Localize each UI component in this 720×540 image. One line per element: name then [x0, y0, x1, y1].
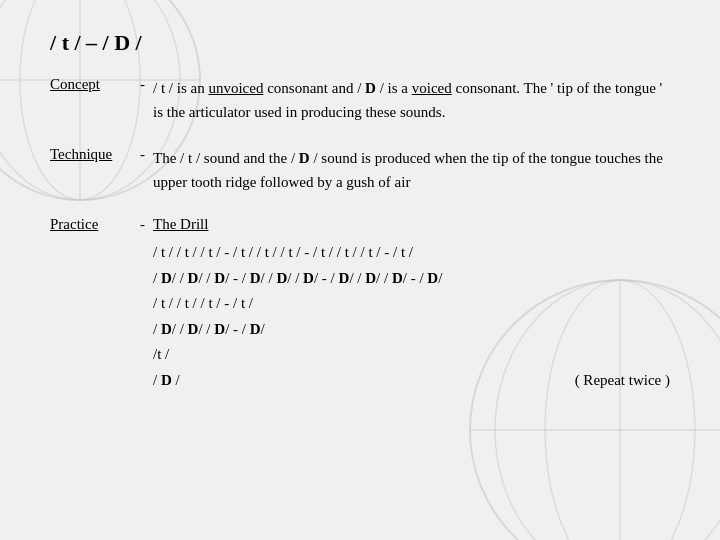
drill-row-5: /t / — [153, 343, 670, 366]
concept-d: D — [365, 80, 376, 96]
repeat-text: ( Repeat twice ) — [575, 369, 670, 392]
technique-dash: - — [140, 146, 145, 163]
drill-row-6: / D / ( Repeat twice ) — [153, 369, 670, 392]
drill-row-3: / t / / t / / t / - / t / — [153, 292, 670, 315]
technique-section: Technique - The / t / sound and the / D … — [50, 146, 670, 194]
unvoiced-text: unvoiced — [208, 80, 263, 96]
page-title: / t / – / D / — [50, 30, 670, 56]
technique-label: Technique — [50, 146, 140, 163]
drill-row-1: / t / / t / / t / - / t / / t / / t / - … — [153, 241, 670, 264]
drill-title: The Drill — [153, 216, 670, 233]
technique-d: D — [299, 150, 310, 166]
practice-section: Practice - The Drill / t / / t / / t / -… — [50, 216, 670, 394]
practice-label: Practice — [50, 216, 140, 233]
concept-label: Concept — [50, 76, 140, 93]
drill-row-2: / D/ / D/ / D/ - / D/ / D/ / D/ - / D/ /… — [153, 267, 670, 290]
drill-row-4: / D/ / D/ / D/ - / D/ — [153, 318, 670, 341]
technique-content: The / t / sound and the / D / sound is p… — [153, 146, 670, 194]
final-d: / D / — [153, 369, 180, 392]
voiced-text: voiced — [412, 80, 452, 96]
concept-dash: - — [140, 76, 145, 93]
concept-section: Concept - / t / is an unvoiced consonant… — [50, 76, 670, 124]
title-t: t — [62, 30, 69, 55]
practice-dash: - — [140, 216, 145, 233]
practice-content: The Drill / t / / t / / t / - / t / / t … — [153, 216, 670, 394]
title-d: D — [114, 30, 130, 55]
concept-content: / t / is an unvoiced consonant and / D /… — [153, 76, 670, 124]
